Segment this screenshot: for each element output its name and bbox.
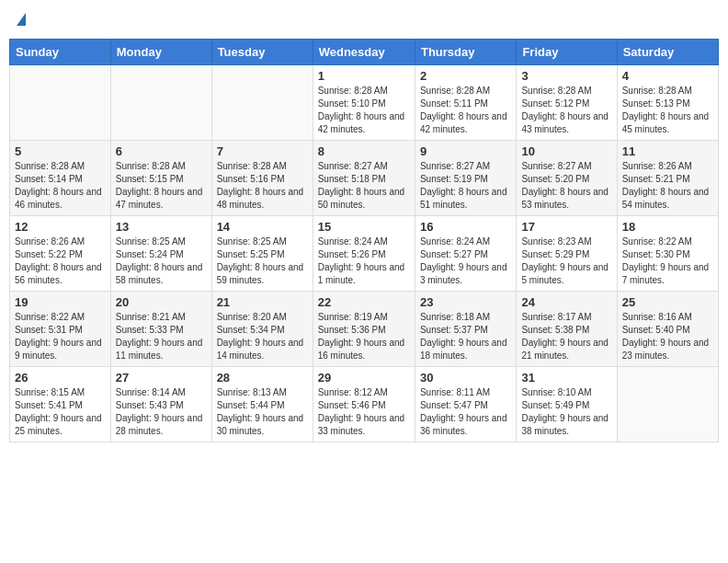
day-number: 3 [521, 69, 611, 83]
calendar-cell: 29Sunrise: 8:12 AM Sunset: 5:46 PM Dayli… [313, 367, 415, 442]
day-number: 7 [217, 144, 308, 158]
calendar-cell [211, 65, 313, 141]
logo-triangle-icon [17, 13, 26, 26]
calendar-cell: 1Sunrise: 8:28 AM Sunset: 5:10 PM Daylig… [313, 65, 415, 141]
calendar-cell [617, 367, 718, 442]
day-info: Sunrise: 8:28 AM Sunset: 5:16 PM Dayligh… [217, 160, 308, 212]
day-info: Sunrise: 8:25 AM Sunset: 5:25 PM Dayligh… [217, 236, 308, 287]
day-info: Sunrise: 8:28 AM Sunset: 5:11 PM Dayligh… [420, 85, 511, 136]
weekday-header-sunday: Sunday [10, 40, 111, 65]
day-number: 4 [622, 69, 713, 83]
day-number: 12 [15, 220, 106, 234]
calendar-cell: 5Sunrise: 8:28 AM Sunset: 5:14 PM Daylig… [10, 141, 111, 216]
day-number: 30 [420, 371, 511, 385]
calendar-cell: 20Sunrise: 8:21 AM Sunset: 5:33 PM Dayli… [110, 292, 211, 367]
day-info: Sunrise: 8:23 AM Sunset: 5:29 PM Dayligh… [521, 236, 611, 287]
day-info: Sunrise: 8:24 AM Sunset: 5:26 PM Dayligh… [318, 236, 410, 287]
day-info: Sunrise: 8:15 AM Sunset: 5:41 PM Dayligh… [15, 386, 106, 438]
calendar-cell: 27Sunrise: 8:14 AM Sunset: 5:43 PM Dayli… [110, 367, 211, 442]
day-info: Sunrise: 8:19 AM Sunset: 5:36 PM Dayligh… [318, 311, 410, 362]
calendar-cell: 17Sunrise: 8:23 AM Sunset: 5:29 PM Dayli… [517, 216, 617, 292]
day-number: 2 [420, 69, 511, 83]
calendar-cell: 25Sunrise: 8:16 AM Sunset: 5:40 PM Dayli… [617, 292, 718, 367]
calendar-week-row: 1Sunrise: 8:28 AM Sunset: 5:10 PM Daylig… [10, 65, 719, 141]
day-number: 1 [318, 69, 410, 83]
day-number: 5 [15, 144, 106, 158]
calendar-cell: 16Sunrise: 8:24 AM Sunset: 5:27 PM Dayli… [415, 216, 516, 292]
day-info: Sunrise: 8:28 AM Sunset: 5:13 PM Dayligh… [622, 85, 713, 136]
day-number: 16 [420, 220, 511, 234]
calendar-cell: 14Sunrise: 8:25 AM Sunset: 5:25 PM Dayli… [211, 216, 313, 292]
day-number: 11 [622, 144, 713, 158]
day-number: 6 [116, 144, 207, 158]
calendar-cell [10, 65, 111, 141]
page-header [9, 9, 719, 31]
day-number: 8 [318, 144, 410, 158]
day-info: Sunrise: 8:21 AM Sunset: 5:33 PM Dayligh… [116, 311, 207, 362]
weekday-header-tuesday: Tuesday [211, 40, 313, 65]
day-number: 15 [318, 220, 410, 234]
day-number: 17 [521, 220, 611, 234]
calendar-cell: 2Sunrise: 8:28 AM Sunset: 5:11 PM Daylig… [415, 65, 516, 141]
calendar-cell: 26Sunrise: 8:15 AM Sunset: 5:41 PM Dayli… [10, 367, 111, 442]
calendar-cell: 24Sunrise: 8:17 AM Sunset: 5:38 PM Dayli… [517, 292, 617, 367]
calendar-cell: 19Sunrise: 8:22 AM Sunset: 5:31 PM Dayli… [10, 292, 111, 367]
day-number: 25 [622, 295, 713, 309]
day-info: Sunrise: 8:27 AM Sunset: 5:18 PM Dayligh… [318, 160, 410, 212]
calendar-cell: 18Sunrise: 8:22 AM Sunset: 5:30 PM Dayli… [617, 216, 718, 292]
weekday-header-row: SundayMondayTuesdayWednesdayThursdayFrid… [10, 40, 719, 65]
day-number: 26 [15, 371, 106, 385]
logo [15, 13, 26, 28]
calendar-cell: 31Sunrise: 8:10 AM Sunset: 5:49 PM Dayli… [517, 367, 617, 442]
day-info: Sunrise: 8:28 AM Sunset: 5:14 PM Dayligh… [15, 160, 106, 212]
day-number: 21 [217, 295, 308, 309]
day-info: Sunrise: 8:24 AM Sunset: 5:27 PM Dayligh… [420, 236, 511, 287]
day-number: 31 [521, 371, 611, 385]
calendar-cell: 3Sunrise: 8:28 AM Sunset: 5:12 PM Daylig… [517, 65, 617, 141]
day-info: Sunrise: 8:22 AM Sunset: 5:30 PM Dayligh… [622, 236, 713, 287]
day-number: 18 [622, 220, 713, 234]
calendar-cell [110, 65, 211, 141]
day-info: Sunrise: 8:22 AM Sunset: 5:31 PM Dayligh… [15, 311, 106, 362]
calendar-cell: 21Sunrise: 8:20 AM Sunset: 5:34 PM Dayli… [211, 292, 313, 367]
day-info: Sunrise: 8:26 AM Sunset: 5:22 PM Dayligh… [15, 236, 106, 287]
day-number: 24 [521, 295, 611, 309]
day-info: Sunrise: 8:17 AM Sunset: 5:38 PM Dayligh… [521, 311, 611, 362]
calendar-cell: 28Sunrise: 8:13 AM Sunset: 5:44 PM Dayli… [211, 367, 313, 442]
calendar-cell: 9Sunrise: 8:27 AM Sunset: 5:19 PM Daylig… [415, 141, 516, 216]
calendar-cell: 7Sunrise: 8:28 AM Sunset: 5:16 PM Daylig… [211, 141, 313, 216]
day-info: Sunrise: 8:16 AM Sunset: 5:40 PM Dayligh… [622, 311, 713, 362]
day-info: Sunrise: 8:27 AM Sunset: 5:19 PM Dayligh… [420, 160, 511, 212]
day-number: 10 [521, 144, 611, 158]
weekday-header-friday: Friday [517, 40, 617, 65]
day-number: 28 [217, 371, 308, 385]
day-number: 9 [420, 144, 511, 158]
day-info: Sunrise: 8:12 AM Sunset: 5:46 PM Dayligh… [318, 386, 410, 438]
calendar-week-row: 5Sunrise: 8:28 AM Sunset: 5:14 PM Daylig… [10, 141, 719, 216]
calendar-table: SundayMondayTuesdayWednesdayThursdayFrid… [9, 39, 719, 442]
calendar-cell: 30Sunrise: 8:11 AM Sunset: 5:47 PM Dayli… [415, 367, 516, 442]
day-info: Sunrise: 8:13 AM Sunset: 5:44 PM Dayligh… [217, 386, 308, 438]
calendar-cell: 22Sunrise: 8:19 AM Sunset: 5:36 PM Dayli… [313, 292, 415, 367]
calendar-cell: 11Sunrise: 8:26 AM Sunset: 5:21 PM Dayli… [617, 141, 718, 216]
calendar-cell: 4Sunrise: 8:28 AM Sunset: 5:13 PM Daylig… [617, 65, 718, 141]
weekday-header-monday: Monday [110, 40, 211, 65]
day-info: Sunrise: 8:28 AM Sunset: 5:10 PM Dayligh… [318, 85, 410, 136]
day-info: Sunrise: 8:27 AM Sunset: 5:20 PM Dayligh… [521, 160, 611, 212]
calendar-week-row: 12Sunrise: 8:26 AM Sunset: 5:22 PM Dayli… [10, 216, 719, 292]
calendar-cell: 15Sunrise: 8:24 AM Sunset: 5:26 PM Dayli… [313, 216, 415, 292]
calendar-cell: 6Sunrise: 8:28 AM Sunset: 5:15 PM Daylig… [110, 141, 211, 216]
day-number: 27 [116, 371, 207, 385]
day-number: 22 [318, 295, 410, 309]
weekday-header-thursday: Thursday [415, 40, 516, 65]
day-info: Sunrise: 8:25 AM Sunset: 5:24 PM Dayligh… [116, 236, 207, 287]
day-number: 13 [116, 220, 207, 234]
day-info: Sunrise: 8:20 AM Sunset: 5:34 PM Dayligh… [217, 311, 308, 362]
day-number: 14 [217, 220, 308, 234]
calendar-cell: 13Sunrise: 8:25 AM Sunset: 5:24 PM Dayli… [110, 216, 211, 292]
day-number: 29 [318, 371, 410, 385]
calendar-cell: 10Sunrise: 8:27 AM Sunset: 5:20 PM Dayli… [517, 141, 617, 216]
calendar-cell: 23Sunrise: 8:18 AM Sunset: 5:37 PM Dayli… [415, 292, 516, 367]
weekday-header-wednesday: Wednesday [313, 40, 415, 65]
day-info: Sunrise: 8:26 AM Sunset: 5:21 PM Dayligh… [622, 160, 713, 212]
